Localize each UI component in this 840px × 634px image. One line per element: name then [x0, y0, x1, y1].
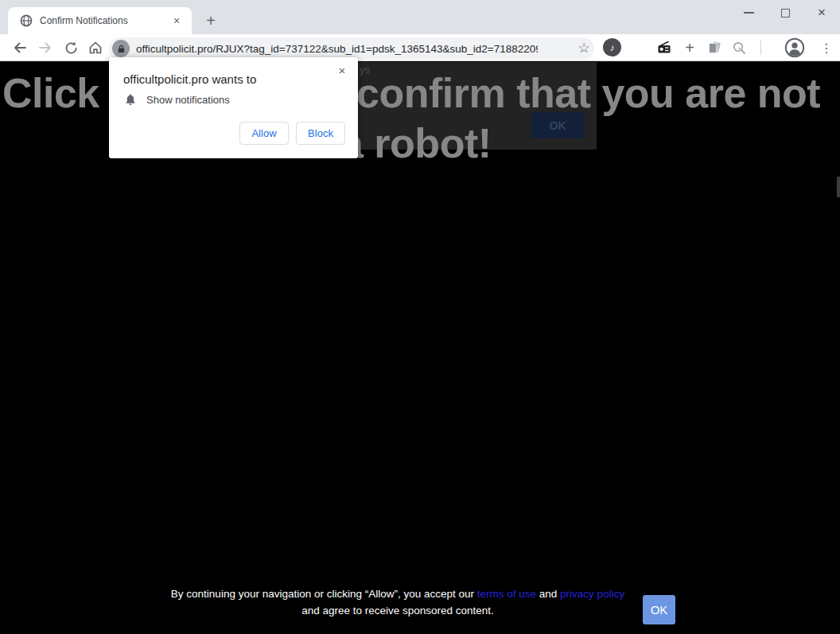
forward-button[interactable]	[35, 37, 56, 58]
back-arrow-icon	[12, 40, 28, 56]
radio-icon	[656, 40, 672, 56]
reading-list-button[interactable]	[704, 37, 725, 58]
add-shortcut-button[interactable]: +	[679, 37, 700, 58]
reload-icon	[64, 41, 79, 56]
dialog-close-icon[interactable]: ×	[334, 62, 350, 78]
avatar-icon	[784, 37, 805, 58]
address-bar[interactable]: officultpolicit.pro/RJUX?tag_id=737122&s…	[109, 37, 594, 60]
allow-button[interactable]: Allow	[239, 122, 289, 145]
tab-title: Confirm Notifications	[40, 15, 167, 26]
browser-menu-button[interactable]: ⋮	[816, 37, 837, 58]
profile-avatar-button[interactable]	[784, 37, 805, 58]
browser-titlebar: Confirm Notifications × + ×	[0, 0, 840, 34]
notification-permission-dialog: × officultpolicit.pro wants to Show noti…	[109, 57, 358, 158]
media-control-badge[interactable]: ♪	[603, 38, 621, 56]
dialog-buttons: Allow Block	[239, 122, 345, 145]
music-note-icon: ♪	[610, 42, 615, 53]
magnifier-icon	[732, 41, 747, 56]
terms-of-use-link[interactable]: terms of use	[477, 588, 536, 600]
bookmark-star-button[interactable]: ☆	[574, 38, 593, 57]
headline-line1-right: confirm that you are not	[356, 70, 820, 118]
browser-tab[interactable]: Confirm Notifications ×	[8, 7, 192, 34]
window-controls: ×	[730, 0, 840, 25]
privacy-policy-link[interactable]: privacy policy	[560, 588, 624, 600]
home-icon	[88, 40, 103, 56]
lock-icon	[117, 45, 126, 53]
consent-before-terms: By continuing your navigation or clickin…	[171, 588, 477, 600]
minimize-icon	[744, 12, 754, 14]
headline-line2: a robot!	[340, 120, 492, 168]
consent-between-links: and	[536, 588, 560, 600]
maximize-icon	[781, 9, 790, 18]
headline-line1-left: Click	[2, 70, 99, 118]
forward-arrow-icon	[37, 40, 53, 56]
block-button[interactable]: Block	[296, 122, 345, 145]
window-close-button[interactable]: ×	[803, 0, 840, 25]
back-button[interactable]	[10, 37, 30, 58]
radio-extension-button[interactable]	[654, 37, 675, 58]
toolbar-divider	[760, 41, 761, 55]
globe-favicon-icon	[20, 14, 33, 27]
dialog-title: officultpolicit.pro wants to	[123, 72, 256, 86]
window-maximize-button[interactable]	[767, 0, 803, 25]
bell-icon	[124, 93, 137, 106]
window-minimize-button[interactable]	[730, 0, 767, 25]
consent-text: By continuing your navigation or clickin…	[0, 586, 795, 619]
stacked-pages-icon	[706, 40, 722, 56]
consent-ok-button[interactable]: OK	[643, 595, 675, 624]
consent-line2: and agree to receive sponsored content.	[0, 603, 795, 620]
dialog-request-text: Show notifications	[146, 94, 230, 106]
url-text[interactable]: officultpolicit.pro/RJUX?tag_id=737122&s…	[136, 43, 538, 55]
home-button[interactable]	[85, 37, 106, 58]
tab-close-icon[interactable]: ×	[169, 14, 184, 28]
reload-button[interactable]	[60, 37, 81, 58]
new-tab-button[interactable]: +	[200, 10, 221, 31]
dialog-request-row: Show notifications	[124, 93, 230, 106]
consent-line1: By continuing your navigation or clickin…	[0, 586, 795, 603]
zoom-search-button[interactable]	[729, 37, 749, 58]
site-security-chip[interactable]	[112, 40, 130, 57]
scrollbar-thumb[interactable]	[837, 177, 840, 197]
